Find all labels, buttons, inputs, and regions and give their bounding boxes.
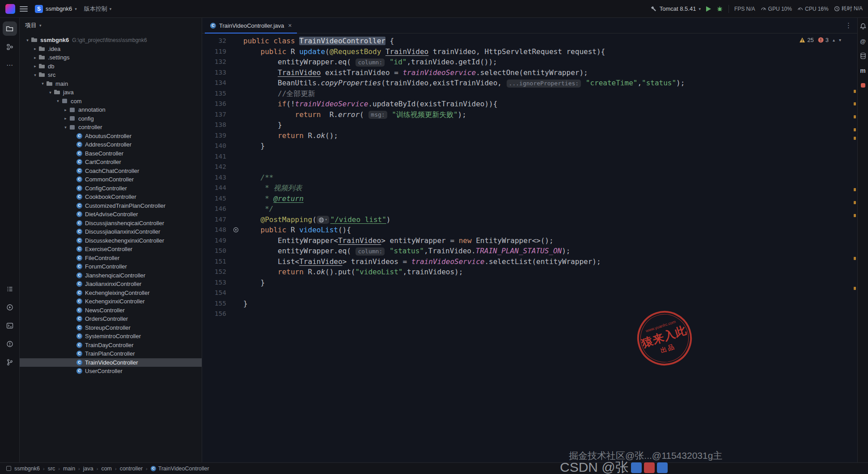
hamburger-icon[interactable] (20, 6, 28, 12)
warning-stripe-mark[interactable] (854, 188, 856, 191)
code-line-152[interactable]: 152 return R.ok().put("videoList",trainV… (202, 267, 857, 277)
tree-item-KechengleixingController[interactable]: CKechengleixingController (20, 289, 202, 298)
breadcrumb-item-controller[interactable]: controller (120, 466, 143, 472)
code-line-143[interactable]: 143 /** (202, 172, 857, 183)
tree-item-DietAdviseController[interactable]: CDietAdviseController (20, 210, 202, 219)
debug-icon[interactable] (716, 5, 723, 12)
ai-assistant-button[interactable]: @ (859, 37, 867, 45)
tree-item-TrainPlanController[interactable]: CTrainPlanController (20, 349, 202, 358)
code-line-132[interactable]: 132 entityWrapper.eq( column: "id",train… (202, 57, 857, 67)
tree-item-controller[interactable]: controller (20, 123, 202, 132)
code-line-148[interactable]: 148 public R videoList(){ (202, 225, 857, 235)
tree-item-CookbookController[interactable]: CCookbookController (20, 193, 202, 201)
code-area[interactable]: 32public class TrainVideoController {119… (202, 34, 857, 462)
tree-item-ForumController[interactable]: CForumController (20, 262, 202, 271)
tree-item-KechengxinxiController[interactable]: CKechengxinxiController (20, 297, 202, 306)
warning-stripe-mark[interactable] (854, 287, 856, 290)
chevron-right-icon[interactable] (62, 108, 69, 112)
next-problem-button[interactable]: ▾ (839, 38, 841, 42)
warning-stripe-mark[interactable] (854, 214, 856, 217)
tree-item-main[interactable]: main (20, 80, 202, 88)
tree-item-CustomizedTrainPlanController[interactable]: CCustomizedTrainPlanController (20, 201, 202, 210)
project-tool-button[interactable] (3, 21, 17, 36)
tree-item-src[interactable]: src (20, 71, 202, 80)
chevron-down-icon[interactable] (39, 81, 46, 86)
project-selector[interactable]: S ssmbgnk6 ▾ (32, 4, 80, 14)
vcs-widget[interactable]: 版本控制 ▾ (84, 5, 112, 13)
warning-stripe-mark[interactable] (854, 137, 856, 140)
code-line-151[interactable]: 151 List<TrainVideo> trainVideos = train… (202, 256, 857, 267)
tree-item-DiscussjiaolianxinxiController[interactable]: CDiscussjiaolianxinxiController (20, 227, 202, 236)
chevron-down-icon[interactable] (47, 90, 54, 95)
code-line-150[interactable]: 150 entityWrapper.eq( column: "status",T… (202, 246, 857, 256)
tree-item-ExerciseController[interactable]: CExerciseController (20, 245, 202, 254)
tree-item-TrainDayController[interactable]: CTrainDayController (20, 341, 202, 350)
tree-item-JiaolianxinxiController[interactable]: CJiaolianxinxiController (20, 280, 202, 289)
code-line-155[interactable]: 155} (202, 298, 857, 309)
errors-counter[interactable]: 3 (818, 37, 829, 43)
warning-stripe-mark[interactable] (854, 115, 856, 118)
code-line-140[interactable]: 140 } (202, 141, 857, 151)
tree-item-.idea[interactable]: .idea (20, 45, 202, 54)
structure-tool-button[interactable] (3, 40, 17, 54)
code-line-32[interactable]: 32public class TrainVideoController { (202, 36, 857, 46)
code-line-146[interactable]: 146 */ (202, 204, 857, 214)
breadcrumb-item-main[interactable]: main (63, 466, 75, 472)
tree-item-CommonController[interactable]: CCommonController (20, 175, 202, 184)
tree-item-db[interactable]: db (20, 62, 202, 71)
code-line-136[interactable]: 136 if(!trainVideoService.updateById(exi… (202, 99, 857, 109)
tree-item-CartController[interactable]: CCartController (20, 158, 202, 167)
chevron-right-icon[interactable] (32, 46, 38, 51)
more-tools-button[interactable]: ⋯ (3, 58, 17, 72)
prev-problem-button[interactable]: ▴ (833, 38, 835, 42)
tree-item-DiscusskechengxinxiController[interactable]: CDiscusskechengxinxiController (20, 236, 202, 245)
breadcrumb-item-java[interactable]: java (83, 466, 93, 472)
notifications-button[interactable] (859, 22, 867, 30)
chevron-down-icon[interactable] (62, 125, 69, 130)
git-tool-button[interactable] (3, 355, 17, 369)
warnings-counter[interactable]: 25 (799, 37, 813, 43)
warning-stripe-mark[interactable] (854, 257, 856, 260)
code-line-142[interactable]: 142 (202, 162, 857, 172)
database-button[interactable] (859, 52, 867, 60)
tree-item-annotation[interactable]: annotation (20, 105, 202, 114)
warning-stripe-mark[interactable] (854, 201, 856, 204)
plugin-button[interactable] (859, 81, 867, 89)
editor-scrollbar[interactable] (853, 34, 856, 462)
run-config-selector[interactable]: Tomcat 8.5.41 ▾ (650, 5, 701, 12)
code-line-144[interactable]: 144 * 视频列表 (202, 183, 857, 193)
code-line-138[interactable]: 138 } (202, 120, 857, 130)
breadcrumb-item-ssmbgnk6[interactable]: ssmbgnk6 (14, 466, 40, 472)
chevron-down-icon[interactable] (24, 38, 31, 42)
code-line-135[interactable]: 135 //全部更新 (202, 88, 857, 99)
breadcrumb-item-src[interactable]: src (48, 466, 55, 472)
chevron-down-icon[interactable] (32, 73, 38, 77)
breadcrumb-item-TrainVideoController[interactable]: CTrainVideoController (151, 466, 209, 472)
tree-item-OrdersController[interactable]: COrdersController (20, 315, 202, 323)
tree-item-ConfigController[interactable]: CConfigController (20, 184, 202, 193)
warning-stripe-mark[interactable] (854, 102, 856, 105)
maven-button[interactable]: m (859, 67, 867, 75)
code-line-149[interactable]: 149 EntityWrapper<TrainVideo> entityWrap… (202, 235, 857, 246)
tree-item-BaseController[interactable]: CBaseController (20, 149, 202, 158)
tree-item-StoreupController[interactable]: CStoreupController (20, 323, 202, 332)
tab-options-icon[interactable]: ⋮ (845, 21, 852, 29)
code-line-154[interactable]: 154 (202, 288, 857, 298)
warning-stripe-mark[interactable] (854, 128, 856, 131)
problems-tool-button[interactable] (3, 337, 17, 351)
tab-trainvideocontroller[interactable]: C TrainVideoController.java × (205, 18, 297, 33)
tree-item-FileController[interactable]: CFileController (20, 254, 202, 263)
tree-item-DiscussjianshenqicaiController[interactable]: CDiscussjianshenqicaiController (20, 219, 202, 228)
tree-item-.settings[interactable]: .settings (20, 53, 202, 62)
tree-item-JianshenqicaiController[interactable]: CJianshenqicaiController (20, 271, 202, 280)
url-globe-icon[interactable]: ▾ (317, 216, 329, 224)
close-icon[interactable]: × (288, 22, 292, 29)
services-tool-button[interactable] (3, 300, 17, 315)
tree-item-CoachChatController[interactable]: CCoachChatController (20, 167, 202, 176)
code-line-141[interactable]: 141 (202, 151, 857, 162)
code-line-153[interactable]: 153 } (202, 277, 857, 288)
warning-stripe-mark[interactable] (854, 90, 856, 93)
breadcrumb-item-com[interactable]: com (101, 466, 112, 472)
tree-item-AddressController[interactable]: CAddressController (20, 140, 202, 149)
code-line-119[interactable]: 119 public R update(@RequestBody TrainVi… (202, 46, 857, 57)
